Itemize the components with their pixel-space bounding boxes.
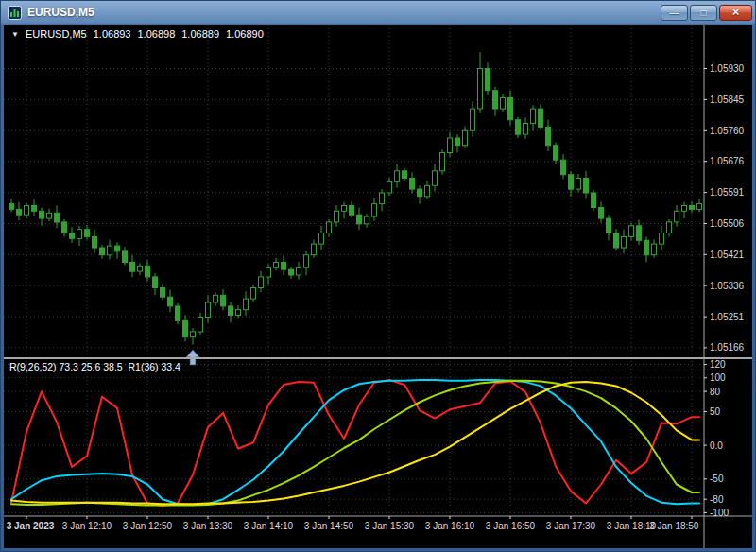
- candle: [244, 299, 249, 310]
- quote-low: 1.06889: [181, 28, 219, 40]
- chart-client-area[interactable]: 1.059301.058451.057601.056761.055911.055…: [4, 25, 752, 548]
- oscillator-axis-label: -100: [710, 508, 729, 518]
- candle: [569, 175, 574, 190]
- candle: [403, 171, 407, 179]
- price-axis-label: 1.05336: [710, 281, 745, 291]
- quote-close: 1.06890: [226, 28, 264, 40]
- candle: [501, 98, 506, 110]
- window-controls: — □ ×: [661, 5, 752, 21]
- oscillator-line-r52: [11, 381, 699, 506]
- panel-splitter[interactable]: [4, 357, 752, 359]
- candle: [478, 69, 483, 110]
- candle: [153, 277, 158, 288]
- candle: [191, 332, 196, 337]
- candle: [176, 306, 180, 321]
- price-axis-label: 1.05930: [710, 63, 745, 74]
- candle: [70, 233, 75, 239]
- candle: [675, 211, 679, 222]
- candle: [312, 244, 317, 255]
- candle: [372, 204, 377, 217]
- time-axis-label: 3 Jan 13:30: [183, 521, 233, 531]
- candle: [629, 226, 634, 237]
- oscillator-axis: 12010080500.0-50-80-100: [704, 359, 729, 518]
- candle: [259, 277, 264, 288]
- candle: [395, 171, 400, 182]
- close-icon: ×: [732, 6, 740, 19]
- quote-open: 1.06893: [94, 28, 131, 40]
- candle: [463, 130, 468, 146]
- candle: [47, 213, 52, 218]
- symbol-dropdown-icon[interactable]: ▼: [11, 29, 19, 39]
- candles-layer: [9, 52, 702, 344]
- candle: [425, 185, 430, 197]
- quote-high: 1.06898: [137, 28, 175, 40]
- candle: [274, 263, 279, 268]
- chart-canvas[interactable]: 1.059301.058451.057601.056761.055911.055…: [4, 25, 752, 548]
- candle: [342, 206, 347, 212]
- candle: [161, 288, 165, 298]
- candle: [455, 138, 460, 146]
- oscillator-axis-label: 0.0: [710, 440, 723, 451]
- candle: [614, 233, 619, 249]
- candle: [493, 91, 498, 109]
- candle: [77, 230, 82, 239]
- restore-icon: □: [700, 6, 706, 20]
- candle: [319, 233, 324, 245]
- oscillator-axis-label: 80: [710, 387, 721, 397]
- candle: [682, 206, 687, 212]
- candle: [592, 193, 596, 208]
- chart-symbol-label: EURUSD,M5: [26, 28, 87, 40]
- time-axis: 3 Jan 20233 Jan 12:103 Jan 12:503 Jan 13…: [7, 516, 699, 531]
- oscillator-axis-label: -80: [710, 494, 724, 505]
- candle: [554, 146, 558, 161]
- candle: [652, 244, 657, 255]
- candle: [206, 302, 211, 318]
- candle: [138, 266, 143, 271]
- candle: [327, 222, 332, 233]
- candle: [380, 193, 385, 204]
- minimize-button[interactable]: —: [661, 5, 688, 21]
- candle: [697, 204, 702, 210]
- oscillator-axis-label: 120: [710, 359, 726, 370]
- mt4-chart-window: EURUSD,M5 — □ × 1.059301.058451.057601.0…: [0, 0, 756, 552]
- candle: [297, 267, 301, 275]
- candle: [561, 160, 566, 175]
- candle: [637, 226, 642, 241]
- time-axis-label: 3 Jan 14:10: [244, 521, 294, 531]
- candle: [108, 246, 112, 255]
- candle: [198, 318, 203, 333]
- candle: [350, 206, 354, 216]
- price-axis-label: 1.05421: [710, 250, 745, 260]
- candle: [660, 233, 664, 245]
- price-axis-label: 1.05760: [710, 126, 745, 136]
- candle: [644, 240, 649, 254]
- candle: [9, 204, 14, 210]
- restore-button[interactable]: □: [690, 5, 717, 21]
- window-title: EURUSD,M5: [27, 6, 94, 19]
- candle: [130, 263, 135, 272]
- oscillator-lines: [11, 380, 699, 506]
- candle: [539, 109, 543, 127]
- candle: [433, 171, 438, 186]
- candle: [357, 215, 362, 224]
- candle: [471, 109, 475, 130]
- candle: [85, 230, 90, 237]
- window-titlebar[interactable]: EURUSD,M5 — □ ×: [0, 0, 756, 25]
- candle: [607, 218, 611, 233]
- close-button[interactable]: ×: [719, 5, 752, 21]
- candle: [168, 297, 173, 306]
- candle: [289, 269, 294, 275]
- oscillator-axis-label: 100: [710, 372, 726, 383]
- indicator-label: R(9,26,52) 73.3 25.6 38.5 R1(36) 33.4: [9, 361, 180, 372]
- candle: [335, 211, 339, 222]
- price-axis-label: 1.05845: [710, 95, 745, 105]
- time-axis-label: 3 Jan 2023: [7, 521, 55, 531]
- candle: [146, 266, 150, 277]
- candle: [221, 295, 226, 306]
- candle: [93, 236, 97, 248]
- time-axis-label: 3 Jan 14:50: [304, 521, 354, 531]
- candle: [410, 179, 415, 190]
- candle: [62, 222, 67, 233]
- candle: [55, 213, 60, 222]
- candle: [546, 127, 551, 145]
